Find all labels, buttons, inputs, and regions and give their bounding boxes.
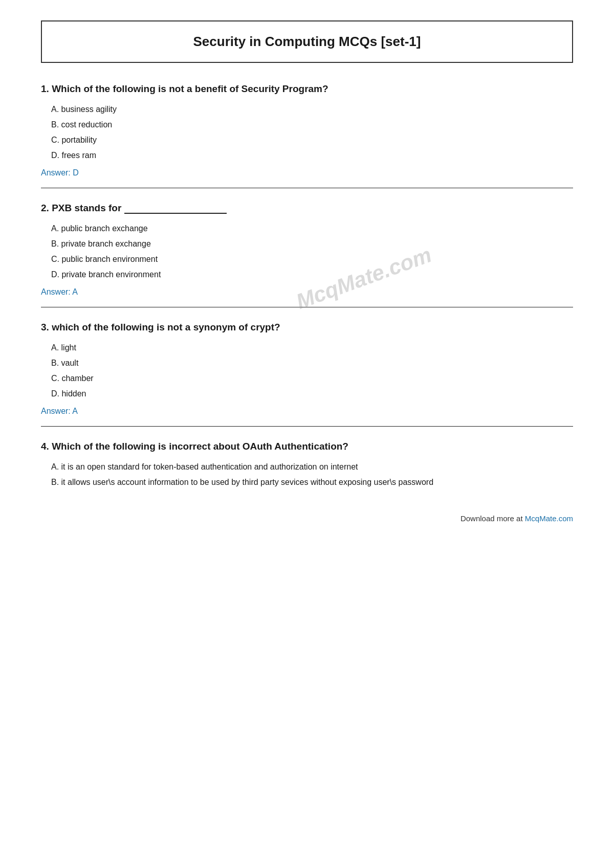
- list-item: A. business agility: [51, 105, 573, 114]
- question-2: 2. PXB stands for A. public branch excha…: [41, 203, 573, 297]
- list-item: B. cost reduction: [51, 120, 573, 129]
- list-item: C. public branch environment: [51, 255, 573, 264]
- question-3: 3. which of the following is not a synon…: [41, 322, 573, 416]
- header-box: Security in Computing MCQs [set-1]: [41, 20, 573, 63]
- list-item: C. portability: [51, 136, 573, 145]
- list-item: B. it allows user\s account information …: [51, 478, 573, 487]
- question-4-text: 4. Which of the following is incorrect a…: [41, 441, 573, 452]
- footer-link[interactable]: McqMate.com: [525, 514, 573, 523]
- list-item: A. public branch exchange: [51, 224, 573, 233]
- question-3-answer: Answer: A: [41, 407, 573, 416]
- footer-text: Download more at: [461, 514, 525, 523]
- list-item: B. private branch exchange: [51, 239, 573, 249]
- question-3-options: A. light B. vault C. chamber D. hidden: [41, 343, 573, 398]
- divider-1: [41, 188, 573, 188]
- blank-line: [124, 213, 227, 214]
- question-4: 4. Which of the following is incorrect a…: [41, 441, 573, 487]
- question-4-options: A. it is an open standard for token-base…: [41, 462, 573, 487]
- list-item: C. chamber: [51, 374, 573, 383]
- list-item: D. hidden: [51, 389, 573, 398]
- question-1-text: 1. Which of the following is not a benef…: [41, 83, 573, 95]
- question-2-text: 2. PXB stands for: [41, 203, 573, 214]
- page-title: Security in Computing MCQs [set-1]: [52, 34, 562, 50]
- list-item: B. vault: [51, 359, 573, 368]
- list-item: D. private branch environment: [51, 270, 573, 279]
- question-1: 1. Which of the following is not a benef…: [41, 83, 573, 177]
- question-2-answer: Answer: A: [41, 287, 573, 297]
- divider-2: [41, 307, 573, 307]
- divider-3: [41, 426, 573, 427]
- list-item: D. frees ram: [51, 151, 573, 160]
- question-2-options: A. public branch exchange B. private bra…: [41, 224, 573, 279]
- page-container: Security in Computing MCQs [set-1] McqMa…: [0, 0, 614, 538]
- question-3-text: 3. which of the following is not a synon…: [41, 322, 573, 333]
- question-1-answer: Answer: D: [41, 168, 573, 177]
- question-1-options: A. business agility B. cost reduction C.…: [41, 105, 573, 160]
- list-item: A. light: [51, 343, 573, 352]
- list-item: A. it is an open standard for token-base…: [51, 462, 573, 472]
- footer: Download more at McqMate.com: [461, 514, 573, 523]
